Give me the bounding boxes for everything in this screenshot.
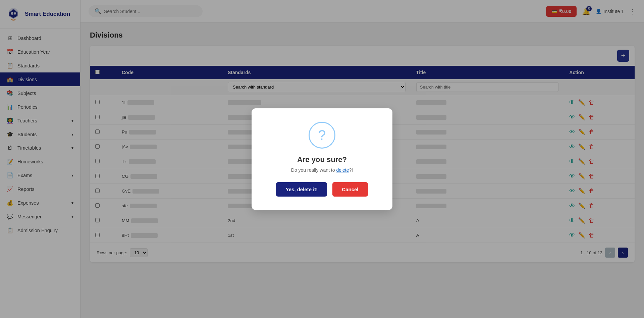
modal-title: Are you sure?: [297, 155, 347, 164]
modal-buttons: Yes, delete it! Cancel: [276, 182, 368, 197]
cancel-delete-button[interactable]: Cancel: [332, 182, 368, 197]
modal-text: Do you really want to delete?!: [291, 167, 353, 173]
modal-question-icon: ?: [318, 128, 326, 142]
confirm-delete-button[interactable]: Yes, delete it!: [276, 182, 327, 197]
modal-delete-link: delete: [336, 167, 349, 173]
confirm-modal: ? Are you sure? Do you really want to de…: [252, 108, 392, 210]
modal-text-after: ?!: [349, 167, 353, 173]
modal-text-before: Do you really want to: [291, 167, 336, 173]
modal-icon-circle: ?: [309, 122, 335, 149]
modal-overlay[interactable]: ? Are you sure? Do you really want to de…: [0, 0, 644, 318]
